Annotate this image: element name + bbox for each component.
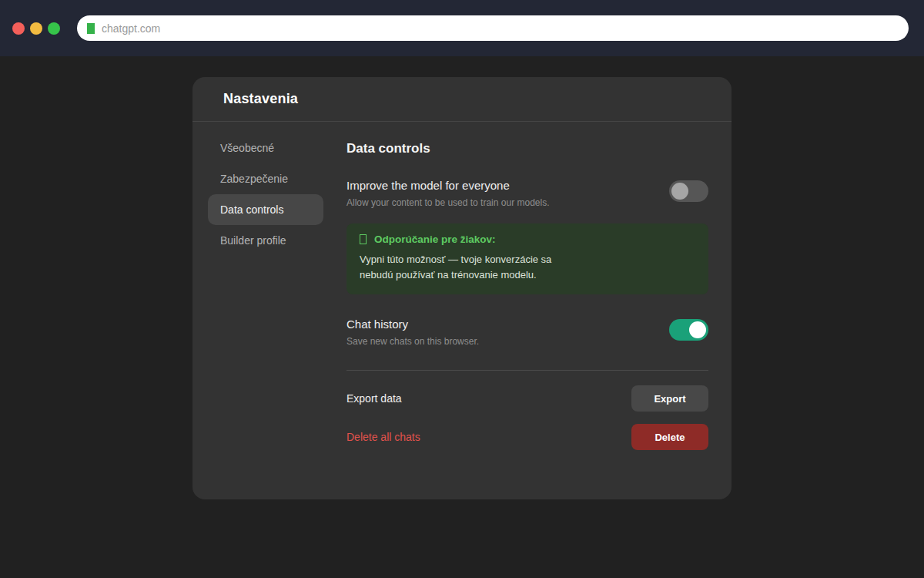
improve-model-subtitle: Allow your content to be used to train o… <box>346 197 549 208</box>
callout-text-line1: Vypni túto možnosť — tvoje konverzácie s… <box>360 252 695 267</box>
student-recommendation-callout: Odporúčanie pre žiakov: Vypni túto možno… <box>346 223 708 294</box>
export-data-row: Export data Export <box>346 385 708 412</box>
improve-model-toggle[interactable] <box>669 180 708 202</box>
delete-all-chats-label: Delete all chats <box>346 431 420 443</box>
chat-history-toggle[interactable] <box>669 319 708 341</box>
improve-model-row: Improve the model for everyone Allow you… <box>346 179 708 208</box>
url-text: chatgpt.com <box>102 22 160 35</box>
browser-titlebar: chatgpt.com <box>0 0 924 56</box>
missing-glyph-icon <box>360 234 367 244</box>
export-data-label: Export data <box>346 392 402 405</box>
callout-title: Odporúčanie pre žiakov: <box>374 234 496 245</box>
sidebar-item-builder-profile[interactable]: Builder profile <box>208 225 323 256</box>
delete-button[interactable]: Delete <box>631 424 708 450</box>
settings-modal: Nastavenia Všeobecné Zabezpečenie Data c… <box>192 77 732 499</box>
close-window-button[interactable] <box>12 22 25 35</box>
callout-title-line: Odporúčanie pre žiakov: <box>360 234 695 245</box>
chat-history-subtitle: Save new chats on this browser. <box>346 336 479 347</box>
window-controls <box>12 22 60 35</box>
site-favicon-icon <box>87 23 95 34</box>
toggle-knob <box>689 321 706 338</box>
delete-all-chats-row: Delete all chats Delete <box>346 424 708 450</box>
callout-text: Vypni túto možnosť — tvoje konverzácie s… <box>360 252 695 283</box>
address-bar[interactable]: chatgpt.com <box>77 15 909 41</box>
modal-body: Všeobecné Zabezpečenie Data controls Bui… <box>192 122 732 499</box>
maximize-window-button[interactable] <box>48 22 60 35</box>
minimize-window-button[interactable] <box>30 22 42 35</box>
sidebar-item-general[interactable]: Všeobecné <box>208 133 323 163</box>
settings-sidebar: Všeobecné Zabezpečenie Data controls Bui… <box>192 122 346 499</box>
improve-model-title: Improve the model for everyone <box>346 179 549 192</box>
chat-history-row: Chat history Save new chats on this brow… <box>346 318 708 347</box>
modal-title: Nastavenia <box>223 91 298 107</box>
sidebar-item-security[interactable]: Zabezpečenie <box>208 163 323 194</box>
data-controls-panel: Data controls Improve the model for ever… <box>346 122 732 499</box>
chat-history-title: Chat history <box>346 318 479 331</box>
sidebar-item-data-controls[interactable]: Data controls <box>208 194 323 225</box>
section-divider <box>346 370 708 371</box>
chat-history-text: Chat history Save new chats on this brow… <box>346 318 479 347</box>
export-button[interactable]: Export <box>631 385 708 412</box>
improve-model-text: Improve the model for everyone Allow you… <box>346 179 549 208</box>
panel-heading: Data controls <box>346 141 708 156</box>
callout-text-line2: nebudú používať na trénovanie modelu. <box>360 267 695 283</box>
modal-header: Nastavenia <box>192 77 732 122</box>
toggle-knob <box>671 183 688 200</box>
